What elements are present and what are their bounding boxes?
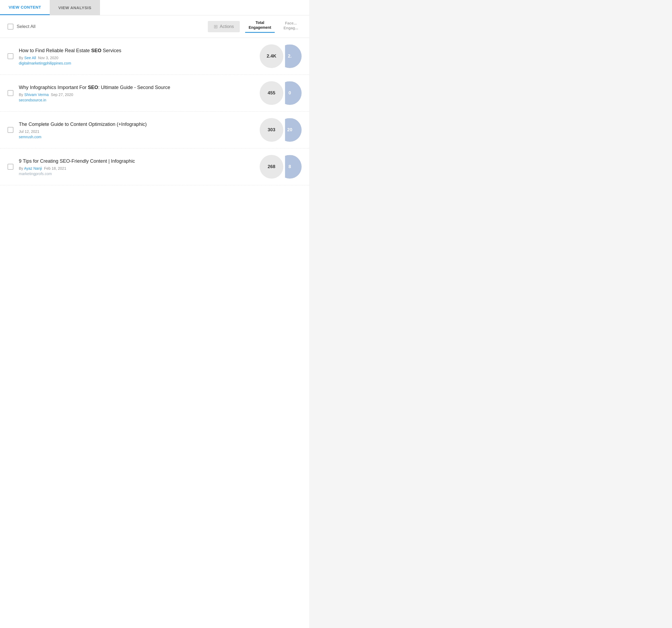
list-item: 9 Tips for Creating SEO-Friendly Content… xyxy=(0,148,309,185)
item-meta-1: By See All Nov 3, 2020 xyxy=(19,56,251,60)
content-list: How to Find Reliable Real Estate SEO Ser… xyxy=(0,38,309,185)
item-meta-3: Jul 12, 2021 xyxy=(19,130,251,134)
item-checkbox-2[interactable] xyxy=(7,90,14,96)
item-domain-1[interactable]: digitalmarketingphilippines.com xyxy=(19,61,251,65)
item-content-3: The Complete Guide to Content Optimizati… xyxy=(19,121,251,139)
item-domain-4[interactable]: marketingprofs.com xyxy=(19,171,251,176)
metrics-col-1: 2.4K 2. xyxy=(260,44,302,68)
item-title-2: Why Infographics Important For SEO: Ulti… xyxy=(19,84,251,91)
item-author-2[interactable]: Shivam Verma xyxy=(24,93,49,97)
select-all-area: Select All xyxy=(7,24,202,29)
tab-view-analysis[interactable]: VIEW ANALYSIS xyxy=(50,0,100,15)
actions-label: Actions xyxy=(220,24,234,29)
item-author-1[interactable]: See All xyxy=(24,56,36,60)
item-checkbox-4[interactable] xyxy=(7,164,14,170)
item-meta-2: By Shivam Verma Sep 27, 2020 xyxy=(19,93,251,97)
item-content-4: 9 Tips for Creating SEO-Friendly Content… xyxy=(19,158,251,176)
item-content-1: How to Find Reliable Real Estate SEO Ser… xyxy=(19,47,251,65)
tabs-bar: VIEW CONTENT VIEW ANALYSIS xyxy=(0,0,309,15)
tab-view-content[interactable]: VIEW CONTENT xyxy=(0,0,50,15)
main-container: VIEW CONTENT VIEW ANALYSIS Select All ⊞ … xyxy=(0,0,309,628)
metrics-col-3: 303 20 xyxy=(260,118,302,142)
list-item: The Complete Guide to Content Optimizati… xyxy=(0,112,309,148)
list-item: Why Infographics Important For SEO: Ulti… xyxy=(0,75,309,112)
item-title-1: How to Find Reliable Real Estate SEO Ser… xyxy=(19,47,251,54)
select-all-checkbox[interactable] xyxy=(7,24,14,29)
total-engagement-badge-2: 455 xyxy=(260,81,283,105)
actions-icon: ⊞ xyxy=(214,24,218,29)
item-meta-4: By Ayaz Nanji Feb 18, 2021 xyxy=(19,166,251,170)
item-domain-2[interactable]: secondsource.in xyxy=(19,98,251,102)
actions-button[interactable]: ⊞ Actions xyxy=(208,21,240,32)
select-all-label: Select All xyxy=(17,24,35,29)
total-engagement-badge-3: 303 xyxy=(260,118,283,142)
tab-view-analysis-label: VIEW ANALYSIS xyxy=(58,5,91,10)
toolbar: Select All ⊞ Actions TotalEngagement Fac… xyxy=(0,15,309,38)
item-title-3: The Complete Guide to Content Optimizati… xyxy=(19,121,251,128)
item-title-4: 9 Tips for Creating SEO-Friendly Content… xyxy=(19,158,251,165)
item-content-2: Why Infographics Important For SEO: Ulti… xyxy=(19,84,251,102)
tab-view-content-label: VIEW CONTENT xyxy=(8,5,41,9)
total-engagement-badge-1: 2.4K xyxy=(260,44,283,68)
item-author-4[interactable]: Ayaz Nanji xyxy=(24,166,42,170)
list-item: How to Find Reliable Real Estate SEO Ser… xyxy=(0,38,309,75)
item-domain-3[interactable]: semrush.com xyxy=(19,135,251,139)
col-header-total-engagement: TotalEngagement xyxy=(245,20,275,33)
col-header-facebook-engagement: Face...Engag... xyxy=(280,21,302,32)
metrics-col-2: 455 0 xyxy=(260,81,302,105)
item-checkbox-3[interactable] xyxy=(7,127,14,133)
total-engagement-badge-4: 268 xyxy=(260,155,283,179)
metrics-col-4: 268 8 xyxy=(260,155,302,179)
item-checkbox-1[interactable] xyxy=(7,53,14,59)
